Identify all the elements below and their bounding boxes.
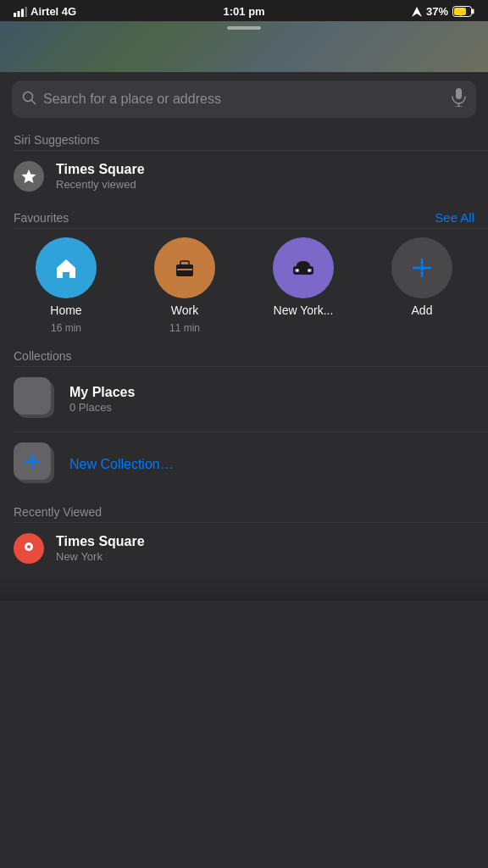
status-time: 1:01 pm: [224, 5, 265, 18]
my-places-row[interactable]: My Places 0 Places: [0, 367, 488, 431]
my-places-text: My Places 0 Places: [69, 385, 135, 414]
drag-handle[interactable]: [227, 26, 261, 30]
svg-rect-6: [472, 9, 474, 14]
svg-marker-14: [22, 170, 36, 183]
battery-text: 37%: [426, 5, 448, 18]
suggestion-subtitle: Recently viewed: [56, 178, 145, 191]
svg-point-22: [297, 270, 299, 272]
svg-rect-11: [456, 88, 462, 99]
new-collection-icon: [14, 442, 58, 487]
svg-point-23: [308, 270, 311, 272]
location-icon: [412, 7, 422, 17]
search-placeholder: Search for a place or address: [43, 92, 445, 107]
my-places-subtitle: 0 Places: [69, 401, 135, 414]
plus-collection-icon: [22, 451, 42, 471]
my-places-icon: [14, 377, 58, 421]
svg-point-29: [27, 545, 30, 548]
suggestion-times-square[interactable]: Times Square Recently viewed: [0, 151, 488, 202]
search-icon: [22, 91, 36, 108]
suggestion-text: Times Square Recently viewed: [56, 162, 145, 191]
svg-rect-3: [25, 7, 28, 17]
favourite-add[interactable]: Add: [375, 237, 469, 334]
search-bar-container: Search for a place or address: [0, 72, 488, 125]
favourite-work[interactable]: Work 11 min: [138, 237, 231, 334]
svg-rect-0: [14, 13, 16, 17]
svg-rect-17: [177, 269, 192, 270]
recent-subtitle: New York: [56, 550, 145, 563]
favourites-label: Favourites: [14, 211, 69, 225]
hotel-icon: [288, 253, 319, 283]
add-circle: [391, 237, 452, 298]
my-places-title: My Places: [69, 385, 135, 400]
suggestion-icon: [14, 161, 44, 192]
favourites-row: Home 16 min Work 11 min: [0, 229, 488, 341]
search-panel: Search for a place or address Siri Sugge…: [0, 72, 488, 618]
search-bar[interactable]: Search for a place or address: [12, 81, 476, 118]
siri-suggestions-header: Siri Suggestions: [0, 125, 488, 150]
newyork-label: New York...: [274, 303, 334, 317]
home-icon: [51, 253, 81, 283]
work-time: 11 min: [169, 322, 200, 334]
battery-icon: ⚡: [452, 6, 474, 17]
star-icon: [20, 168, 37, 185]
recent-title: Times Square: [56, 534, 145, 549]
new-collection-text: New Collection…: [69, 457, 174, 472]
newyork-circle: [273, 237, 334, 298]
svg-line-10: [31, 100, 35, 103]
favourite-newyork[interactable]: New York...: [257, 237, 350, 334]
add-label: Add: [412, 303, 433, 317]
svg-rect-2: [21, 8, 24, 17]
work-circle: [154, 237, 215, 298]
signal-icon: [14, 7, 27, 17]
work-label: Work: [171, 303, 198, 317]
svg-text:⚡: ⚡: [458, 8, 468, 17]
pin-icon: [21, 541, 36, 556]
home-label: Home: [50, 303, 81, 317]
svg-rect-1: [18, 11, 20, 17]
collections-header: Collections: [0, 341, 488, 366]
plus-icon: [409, 255, 435, 281]
recent-text: Times Square New York: [56, 534, 145, 563]
recently-viewed-header: Recently Viewed: [0, 497, 488, 522]
new-collection-row[interactable]: New Collection…: [0, 432, 488, 497]
suggestion-title: Times Square: [56, 162, 145, 177]
new-collection-title: New Collection…: [69, 457, 174, 472]
favourites-section-header: Favourites See All: [0, 202, 488, 228]
status-carrier: Airtel 4G: [14, 5, 76, 18]
svg-marker-4: [412, 7, 422, 17]
recent-location-icon: [14, 533, 44, 564]
map-background: [0, 21, 488, 72]
microphone-icon[interactable]: [452, 88, 466, 110]
favourite-home[interactable]: Home 16 min: [19, 237, 113, 334]
recently-viewed-times-square[interactable]: Times Square New York: [0, 523, 488, 574]
see-all-button[interactable]: See All: [435, 210, 474, 225]
status-right: 37% ⚡: [412, 5, 474, 18]
work-icon: [169, 253, 200, 283]
bottom-fade: [0, 574, 488, 601]
status-bar: Airtel 4G 1:01 pm 37% ⚡: [0, 0, 488, 21]
home-time: 16 min: [51, 322, 81, 334]
home-circle: [36, 237, 97, 298]
svg-point-19: [297, 261, 310, 270]
